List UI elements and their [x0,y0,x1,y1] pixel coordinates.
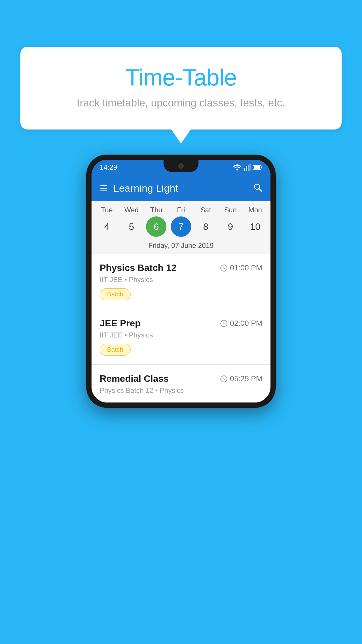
phone-frame: 14:29 [86,155,276,408]
phone-mockup: 14:29 [86,155,276,408]
item-3-title: Remedial Class [100,373,169,384]
status-bar: 14:29 [92,160,270,175]
clock-icon-2 [220,320,228,327]
schedule-item-1[interactable]: Physics Batch 12 01:00 PM IIT JEE • Phys… [92,254,270,309]
svg-rect-6 [254,166,260,169]
day-9[interactable]: 9 [220,216,241,237]
day-numbers-row: 4 5 6 7 8 9 10 [92,216,270,242]
day-name-sun: Sun [220,206,241,214]
item-1-time: 01:00 PM [220,263,262,272]
svg-rect-1 [246,166,247,171]
svg-rect-3 [249,164,251,171]
bubble-title: Time-Table [44,64,318,91]
status-time: 14:29 [100,163,117,172]
day-name-thu: Thu [146,206,166,214]
item-2-time-text: 02:00 PM [230,319,262,328]
day-name-wed: Wed [121,206,142,214]
speech-bubble-container: Time-Table track timetable, upcoming cla… [20,47,342,130]
day-8[interactable]: 8 [196,216,216,237]
battery-icon [253,165,262,170]
status-icons [233,164,262,171]
selected-date-label: Friday, 07 June 2019 [92,242,270,254]
day-4[interactable]: 4 [96,216,117,237]
svg-rect-2 [248,165,249,171]
svg-line-8 [259,189,262,191]
item-3-header: Remedial Class 05:25 PM [100,373,262,384]
item-3-time-text: 05:25 PM [230,374,262,383]
search-icon[interactable] [253,183,262,194]
day-10[interactable]: 10 [245,216,265,237]
day-name-mon: Mon [245,206,265,214]
day-name-fri: Fri [171,206,191,214]
day-5[interactable]: 5 [121,216,142,237]
item-3-subtitle: Physics Batch 12 • Physics [100,386,262,395]
item-1-header: Physics Batch 12 01:00 PM [100,262,262,273]
hamburger-icon[interactable]: ☰ [100,183,108,193]
signal-icon [244,164,251,171]
day-names-row: Tue Wed Thu Fri Sat Sun Mon [92,206,270,216]
schedule-item-2[interactable]: JEE Prep 02:00 PM IIT JEE • Physics Batc… [92,309,270,365]
item-2-subtitle: IIT JEE • Physics [100,331,262,339]
camera-dot [178,163,184,169]
svg-rect-5 [261,167,262,168]
item-2-title: JEE Prep [100,318,141,329]
item-1-time-text: 01:00 PM [230,263,262,272]
item-1-title: Physics Batch 12 [100,262,176,273]
item-1-badge: Batch [100,288,131,300]
notch [164,160,198,172]
clock-icon-1 [220,264,228,272]
toolbar-left: ☰ Learning Light [100,183,178,194]
day-name-sat: Sat [196,206,216,214]
day-6-today[interactable]: 6 [146,216,166,237]
day-7-selected[interactable]: 7 [171,216,191,237]
item-3-time: 05:25 PM [220,374,262,383]
item-2-badge: Batch [100,344,131,356]
item-2-header: JEE Prep 02:00 PM [100,318,262,329]
svg-rect-0 [244,168,245,171]
schedule-list: Physics Batch 12 01:00 PM IIT JEE • Phys… [92,254,270,402]
day-name-tue: Tue [96,206,117,214]
calendar-section: Tue Wed Thu Fri Sat Sun Mon 4 5 6 7 8 9 … [92,201,270,254]
app-title: Learning Light [113,183,178,194]
wifi-icon [233,164,241,171]
item-2-time: 02:00 PM [220,319,262,328]
item-1-subtitle: IIT JEE • Physics [100,276,262,284]
bubble-subtitle: track timetable, upcoming classes, tests… [44,97,318,109]
app-toolbar: ☰ Learning Light [92,175,270,201]
speech-bubble: Time-Table track timetable, upcoming cla… [20,47,342,130]
clock-icon-3 [220,375,228,383]
phone-screen: 14:29 [92,160,270,402]
schedule-item-3[interactable]: Remedial Class 05:25 PM Physics Batch 12… [92,365,270,402]
